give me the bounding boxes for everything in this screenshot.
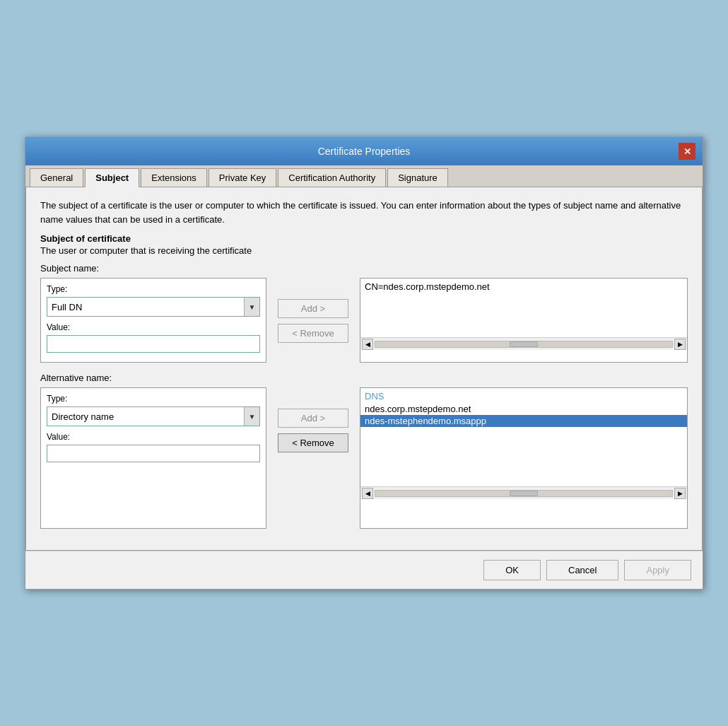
subject-scrollbar[interactable]: ◀ ▶	[360, 337, 687, 350]
tab-general[interactable]: General	[30, 168, 83, 187]
alt-scroll-track[interactable]	[375, 490, 673, 497]
dialog-title: Certificate Properties	[49, 146, 679, 157]
tab-signature[interactable]: Signature	[387, 168, 448, 187]
alt-type-select[interactable]: None Email DNS URL IP address GUID UPN D…	[47, 409, 244, 425]
subject-of-cert-label: Subject of certificate	[40, 233, 688, 244]
alt-center-buttons: Add > < Remove	[278, 387, 348, 452]
tab-private-key[interactable]: Private Key	[209, 168, 276, 187]
alt-type-label: Type:	[47, 394, 260, 404]
ok-button[interactable]: OK	[483, 560, 541, 580]
subject-scroll-thumb	[510, 341, 538, 347]
alt-scrollbar[interactable]: ◀ ▶	[360, 486, 687, 499]
alt-type-chevron-down-icon: ▼	[244, 407, 259, 426]
title-bar: Certificate Properties ✕	[25, 137, 703, 165]
subject-scroll-right-icon[interactable]: ▶	[674, 339, 686, 350]
subject-name-left-panel: Type: Full DN Common name Email DNS UPN …	[40, 278, 266, 363]
tab-certification-authority[interactable]: Certification Authority	[278, 168, 386, 187]
alt-list-item-1[interactable]: ndes.corp.mstepdemo.net	[365, 403, 683, 415]
alt-scroll-right-icon[interactable]: ▶	[674, 488, 686, 499]
alt-name-label: Alternative name:	[40, 373, 688, 383]
subject-type-select[interactable]: Full DN Common name Email DNS UPN URL IP…	[47, 299, 244, 315]
dns-category-label: DNS	[365, 391, 683, 402]
subject-remove-button[interactable]: < Remove	[278, 324, 348, 343]
subject-type-label: Type:	[47, 284, 260, 294]
bottom-buttons-bar: OK Cancel Apply	[25, 551, 703, 589]
alt-remove-button[interactable]: < Remove	[278, 433, 348, 452]
alt-right-panel: DNS ndes.corp.mstepdemo.net ndes-mstephe…	[360, 387, 688, 529]
alt-add-button[interactable]: Add >	[278, 409, 348, 428]
alt-list-item-2[interactable]: ndes-mstephendemo.msappp	[360, 415, 687, 427]
subject-scroll-left-icon[interactable]: ◀	[362, 339, 373, 350]
subject-name-row: Type: Full DN Common name Email DNS UPN …	[40, 278, 688, 363]
subject-value-label: Value:	[47, 322, 260, 332]
subject-right-content: CN=ndes.corp.mstepdemo.net	[360, 279, 687, 295]
alt-scroll-left-icon[interactable]: ◀	[362, 488, 373, 499]
description-text: The subject of a certificate is the user…	[40, 199, 688, 226]
subject-right-panel: CN=ndes.corp.mstepdemo.net ◀ ▶	[360, 278, 688, 363]
alt-value-label: Value:	[47, 432, 260, 442]
subject-name-label: Subject name:	[40, 263, 688, 274]
apply-button[interactable]: Apply	[624, 560, 691, 580]
subject-right-text: CN=ndes.corp.mstepdemo.net	[365, 281, 490, 292]
subject-type-chevron-down-icon: ▼	[244, 298, 259, 316]
subject-value-input[interactable]	[47, 335, 260, 353]
alt-scroll-thumb	[510, 491, 538, 496]
alt-name-list: DNS ndes.corp.mstepdemo.net ndes-mstephe…	[360, 388, 687, 430]
subject-type-dropdown-wrap[interactable]: Full DN Common name Email DNS UPN URL IP…	[47, 297, 260, 317]
subject-center-buttons: Add > < Remove	[278, 278, 348, 343]
alt-type-dropdown-wrap[interactable]: None Email DNS URL IP address GUID UPN D…	[47, 406, 260, 426]
cancel-button[interactable]: Cancel	[546, 560, 618, 580]
alternative-name-row: Type: None Email DNS URL IP address GUID…	[40, 387, 688, 529]
subject-sub-label: The user or computer that is receiving t…	[40, 245, 688, 256]
tabs-bar: General Subject Extensions Private Key C…	[25, 165, 703, 187]
subject-add-button[interactable]: Add >	[278, 299, 348, 318]
tab-extensions[interactable]: Extensions	[141, 168, 207, 187]
subject-scroll-track[interactable]	[375, 341, 673, 348]
tab-subject[interactable]: Subject	[85, 168, 139, 187]
alt-name-left-panel: Type: None Email DNS URL IP address GUID…	[40, 387, 266, 529]
alt-right-content: DNS ndes.corp.mstepdemo.net ndes-mstephe…	[360, 388, 687, 430]
certificate-properties-dialog: Certificate Properties ✕ General Subject…	[25, 136, 703, 590]
close-button[interactable]: ✕	[679, 143, 695, 160]
tab-content: The subject of a certificate is the user…	[25, 187, 703, 551]
alt-value-input[interactable]	[47, 445, 260, 462]
